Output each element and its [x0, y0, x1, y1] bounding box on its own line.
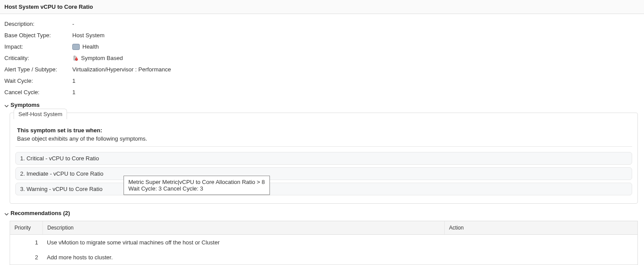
- def-label: Criticality:: [4, 54, 72, 62]
- def-value: 1: [72, 77, 75, 85]
- svg-rect-1: [76, 57, 77, 59]
- def-value: Virtualization/Hypervisor : Performance: [72, 66, 171, 74]
- def-value: Health: [72, 43, 99, 51]
- symptom-label: 2. Imediate - vCPU to Core Ratio: [20, 170, 103, 177]
- page-title-text: Host System vCPU to Core Ratio: [4, 4, 93, 10]
- def-impact: Impact: Health: [4, 41, 640, 53]
- symptoms-section-toggle[interactable]: Symptoms: [0, 100, 644, 110]
- symptom-tooltip: Metric Super Metric|vCPU to Core Allocat…: [124, 176, 270, 195]
- recommendations-header-row: Priority Description Action: [10, 221, 637, 235]
- def-description: Description: -: [4, 18, 640, 30]
- symptom-row-critical[interactable]: 1. Critical - vCPU to Core Ratio: [15, 152, 632, 165]
- table-row: 1 Use vMotion to migrate some virtual ma…: [10, 235, 637, 250]
- cell-action: [445, 239, 637, 246]
- def-value: 1: [72, 88, 75, 96]
- def-base-object-type: Base Object Type: Host System: [4, 30, 640, 41]
- tooltip-line1: Metric Super Metric|vCPU to Core Allocat…: [128, 179, 265, 185]
- def-value: Symptom Based: [72, 54, 123, 62]
- tooltip-line2: Wait Cycle: 3 Cancel Cycle: 3: [128, 185, 265, 192]
- def-label: Base Object Type:: [4, 32, 72, 39]
- definition-list: Description: - Base Object Type: Host Sy…: [0, 14, 644, 100]
- table-row: 2 Add more hosts to cluster.: [10, 250, 637, 265]
- def-value: -: [72, 20, 74, 28]
- symptom-intro: This symptom set is true when: Base obje…: [15, 125, 632, 147]
- symptom-intro-text: Base object exhibits any of the followin…: [17, 135, 630, 142]
- def-label: Impact:: [4, 43, 72, 51]
- cell-priority: 2: [10, 251, 42, 264]
- cell-action: [445, 254, 637, 261]
- page-title: Host System vCPU to Core Ratio: [0, 0, 644, 14]
- criticality-icon: [72, 55, 78, 62]
- symptom-row-warning[interactable]: 3. Warning - vCPU to Core Ratio: [15, 183, 632, 195]
- cell-description: Use vMotion to migrate some virtual mach…: [42, 236, 445, 249]
- health-icon: [72, 44, 80, 50]
- chevron-down-icon: [4, 103, 9, 107]
- symptoms-panel: Self-Host System This symptom set is tru…: [10, 113, 638, 204]
- recommendations-section-title: Recommendations (2): [11, 210, 70, 216]
- def-criticality: Criticality: Symptom Based: [4, 53, 640, 64]
- recommendations-table: Priority Description Action 1 Use vMotio…: [10, 221, 638, 265]
- criticality-value-text: Symptom Based: [81, 54, 123, 62]
- recommendations-section-toggle[interactable]: Recommendations (2): [0, 208, 644, 218]
- impact-value-text: Health: [82, 43, 99, 51]
- symptom-label: 1. Critical - vCPU to Core Ratio: [20, 155, 99, 162]
- cell-priority: 1: [10, 236, 42, 249]
- symptom-tab-self-host-system[interactable]: Self-Host System: [14, 109, 67, 119]
- def-cancel-cycle: Cancel Cycle: 1: [4, 87, 640, 98]
- def-alert-type: Alert Type / Subtype: Virtualization/Hyp…: [4, 64, 640, 75]
- col-header-description[interactable]: Description: [43, 221, 445, 234]
- symptom-label: 3. Warning - vCPU to Core Ratio: [20, 186, 103, 192]
- def-value: Host System: [72, 32, 105, 39]
- def-label: Alert Type / Subtype:: [4, 66, 72, 74]
- symptoms-section-title: Symptoms: [11, 102, 39, 108]
- symptom-tab-label: Self-Host System: [18, 111, 62, 117]
- symptom-row-immediate[interactable]: 2. Imediate - vCPU to Core Ratio: [15, 167, 632, 180]
- def-wait-cycle: Wait Cycle: 1: [4, 75, 640, 87]
- cell-description: Add more hosts to cluster.: [42, 251, 445, 264]
- symptom-intro-heading: This symptom set is true when:: [17, 127, 630, 134]
- def-label: Description:: [4, 20, 72, 28]
- chevron-down-icon: [4, 211, 9, 216]
- col-header-action[interactable]: Action: [445, 221, 637, 234]
- def-label: Wait Cycle:: [4, 77, 72, 85]
- def-label: Cancel Cycle:: [4, 88, 72, 96]
- col-header-priority[interactable]: Priority: [10, 221, 43, 234]
